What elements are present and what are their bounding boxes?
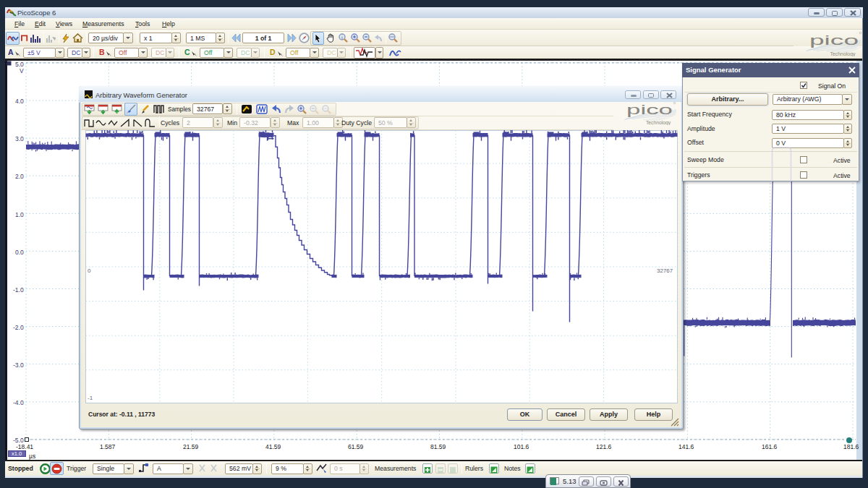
svg-text:pico: pico <box>626 103 673 117</box>
svg-text:Technology: Technology <box>830 51 856 57</box>
svg-text:i: i <box>341 35 342 40</box>
svg-text:pico: pico <box>809 33 859 48</box>
svg-text:Technology: Technology <box>646 120 671 126</box>
